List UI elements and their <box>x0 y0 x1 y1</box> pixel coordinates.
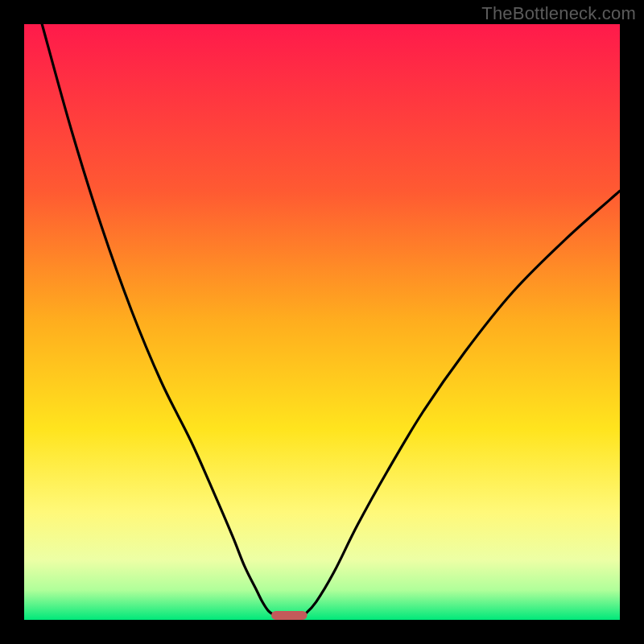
watermark-text: TheBottleneck.com <box>481 3 636 24</box>
minimum-marker <box>271 611 307 620</box>
chart-container: TheBottleneck.com <box>0 0 644 644</box>
bottleneck-plot <box>24 24 620 620</box>
gradient-background <box>24 24 620 620</box>
